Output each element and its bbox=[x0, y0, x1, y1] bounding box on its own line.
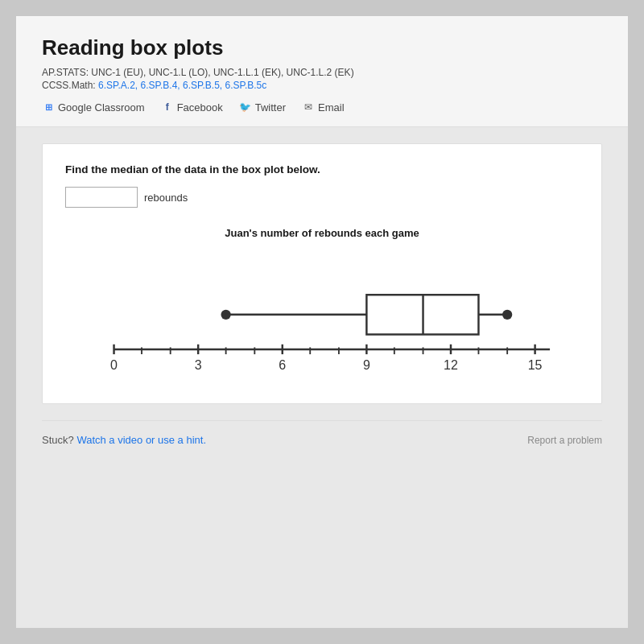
email-link[interactable]: ✉ Email bbox=[302, 101, 345, 114]
twitter-link[interactable]: 🐦 Twitter bbox=[239, 101, 286, 114]
google-classroom-link[interactable]: ⊞ Google Classroom bbox=[42, 101, 145, 114]
boxplot-svg: 0 3 6 9 12 15 bbox=[65, 255, 579, 384]
report-problem-link[interactable]: Report a problem bbox=[527, 435, 602, 446]
footer-section: Stuck? Watch a video or use a hint. Repo… bbox=[16, 421, 628, 459]
facebook-icon: f bbox=[161, 101, 174, 114]
answer-input[interactable] bbox=[65, 187, 138, 208]
email-label: Email bbox=[318, 101, 345, 114]
google-label: Google Classroom bbox=[58, 101, 145, 114]
standards-link[interactable]: 6.SP.A.2, 6.SP.B.4, 6.SP.B.5, 6.SP.B.5c bbox=[98, 80, 266, 91]
stuck-label: Stuck? bbox=[42, 434, 74, 446]
question-text: Find the median of the data in the box p… bbox=[65, 163, 579, 175]
chart-title: Juan's number of rebounds each game bbox=[65, 227, 579, 239]
answer-row: rebounds bbox=[65, 187, 579, 208]
twitter-icon: 🐦 bbox=[239, 101, 252, 114]
page-container: Reading box plots AP.STATS: UNC-1 (EU), … bbox=[16, 16, 628, 628]
chart-area: 0 3 6 9 12 15 bbox=[65, 255, 579, 384]
email-icon: ✉ bbox=[302, 101, 315, 114]
header-section: Reading box plots AP.STATS: UNC-1 (EU), … bbox=[16, 16, 628, 127]
facebook-link[interactable]: f Facebook bbox=[161, 101, 223, 114]
svg-text:12: 12 bbox=[444, 358, 458, 372]
google-icon: ⊞ bbox=[42, 101, 55, 114]
share-bar: ⊞ Google Classroom f Facebook 🐦 Twitter … bbox=[42, 101, 602, 114]
standards-line-2: CCSS.Math: 6.SP.A.2, 6.SP.B.4, 6.SP.B.5,… bbox=[42, 80, 602, 91]
page-title: Reading box plots bbox=[42, 35, 602, 60]
svg-text:0: 0 bbox=[110, 358, 118, 372]
answer-unit: rebounds bbox=[144, 192, 188, 204]
svg-text:9: 9 bbox=[363, 358, 370, 372]
svg-text:6: 6 bbox=[279, 358, 286, 372]
svg-text:3: 3 bbox=[195, 358, 202, 372]
twitter-label: Twitter bbox=[255, 101, 286, 114]
stuck-text: Stuck? Watch a video or use a hint. bbox=[42, 434, 206, 446]
watch-video-link[interactable]: Watch a video or use a hint. bbox=[76, 434, 206, 446]
svg-text:15: 15 bbox=[528, 358, 543, 372]
content-section: Find the median of the data in the box p… bbox=[42, 143, 602, 404]
standards-line-1: AP.STATS: UNC-1 (EU), UNC-1.L (LO), UNC-… bbox=[42, 67, 602, 78]
facebook-label: Facebook bbox=[177, 101, 223, 114]
whisker-max-dot bbox=[502, 310, 512, 320]
standards-prefix: CCSS.Math: bbox=[42, 80, 98, 91]
